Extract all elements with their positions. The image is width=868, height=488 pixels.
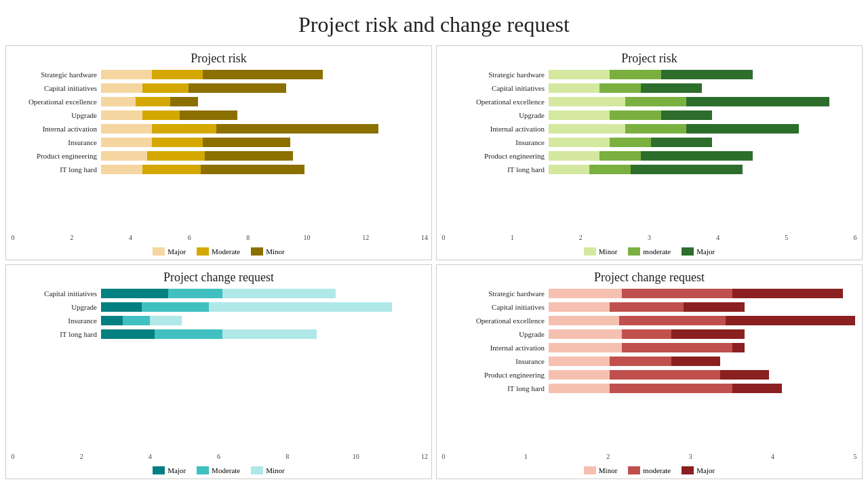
bar-segment <box>222 329 317 339</box>
bars-wrap <box>549 124 855 134</box>
bar-segment <box>101 302 142 312</box>
bar-segment <box>101 289 168 298</box>
bar-label: Capital initiatives <box>443 303 549 311</box>
x-tick: 8 <box>285 453 289 460</box>
bar-label: Product engineering <box>443 371 549 379</box>
legend-swatch <box>628 466 640 474</box>
legend-label: Minor <box>266 247 285 256</box>
legend-item: Moderate <box>197 466 240 474</box>
stacked-bar <box>549 165 855 174</box>
bar-segment <box>168 289 222 298</box>
bar-segment <box>549 165 589 174</box>
bar-segment <box>684 302 745 312</box>
bar-label: IT long hard <box>13 165 101 174</box>
bar-label: Upgrade <box>13 111 101 119</box>
bar-segment <box>142 302 209 312</box>
bar-row: Product engineering <box>13 150 425 162</box>
legend-swatch <box>197 247 209 256</box>
x-tick: 10 <box>304 234 311 241</box>
bar-label: Capital initiatives <box>13 84 101 92</box>
x-tick: 8 <box>246 234 250 241</box>
bars-wrap <box>101 302 425 312</box>
bar-label: Upgrade <box>443 330 549 338</box>
bar-label: Upgrade <box>13 303 101 311</box>
legend-label: Moderate <box>212 247 240 256</box>
x-tick: 6 <box>188 234 191 241</box>
bar-segment <box>732 384 781 393</box>
bar-segment <box>549 97 625 106</box>
bar-row: Upgrade <box>443 328 855 340</box>
bar-row: Strategic hardware <box>443 68 855 81</box>
stacked-bar <box>549 357 855 366</box>
bar-segment <box>641 151 753 161</box>
bar-segment <box>599 151 640 161</box>
legend-label: Major <box>167 247 186 256</box>
stacked-bar <box>549 151 855 161</box>
bar-segment <box>549 384 610 393</box>
bar-row: Internal activation <box>13 123 425 135</box>
legend-item: Major <box>682 247 715 256</box>
bar-segment <box>101 138 152 147</box>
bar-row: Upgrade <box>443 109 855 121</box>
stacked-bar <box>549 343 855 352</box>
bars-wrap <box>549 316 855 325</box>
bar-row: Capital initiatives <box>13 82 425 94</box>
bar-segment <box>686 124 799 134</box>
bar-segment <box>101 329 155 339</box>
chart-title-top-left: Project risk <box>13 52 425 66</box>
x-tick: 4 <box>771 453 774 460</box>
bar-segment <box>625 97 686 106</box>
legend-label: Major <box>167 466 186 474</box>
bar-segment <box>101 124 152 134</box>
legend-item: Minor <box>584 466 618 474</box>
chart-title-bottom-left: Project change request <box>13 270 425 285</box>
bar-segment <box>641 83 702 93</box>
bars-wrap <box>549 151 855 161</box>
bar-segment <box>203 70 323 79</box>
bar-segment <box>549 151 599 161</box>
bar-segment <box>661 110 712 120</box>
bar-row: Insurance <box>13 314 425 327</box>
legend-swatch <box>682 247 694 256</box>
bar-segment <box>625 124 686 134</box>
bar-label: IT long hard <box>443 165 549 174</box>
bar-segment <box>610 370 720 380</box>
legend-label: Major <box>696 247 715 256</box>
bar-label: Internal activation <box>443 344 549 352</box>
chart-bottom-left: Project change requestCapital initiative… <box>5 264 432 479</box>
x-tick: 2 <box>70 234 73 241</box>
bar-segment <box>631 165 743 174</box>
bar-segment <box>147 151 205 161</box>
bars-wrap <box>101 138 425 147</box>
stacked-bar <box>549 124 855 134</box>
bar-segment <box>136 97 170 106</box>
legend-top-left: MajorModerateMinor <box>13 247 425 256</box>
legend-bottom-right: MinormoderateMajor <box>443 466 855 474</box>
bar-segment <box>101 316 123 325</box>
bar-segment <box>101 151 147 161</box>
bar-segment <box>549 110 610 120</box>
x-tick: 6 <box>854 234 857 241</box>
legend-item: Minor <box>584 247 618 256</box>
stacked-bar <box>549 70 855 79</box>
bar-row: Insurance <box>443 136 855 148</box>
bar-label: Strategic hardware <box>13 70 101 79</box>
bar-chart-rows-top-left: Strategic hardwareCapital initiativesOpe… <box>13 68 425 234</box>
bar-label: Insurance <box>13 317 101 325</box>
bar-segment <box>152 70 203 79</box>
stacked-bar <box>549 316 855 325</box>
bar-segment <box>150 316 182 325</box>
bars-wrap <box>549 343 855 352</box>
x-tick: 14 <box>421 234 428 241</box>
legend-item: moderate <box>628 247 671 256</box>
legend-swatch <box>251 247 263 256</box>
legend-label: moderate <box>643 466 671 474</box>
chart-title-top-right: Project risk <box>443 52 855 66</box>
chart-area-bottom-right: Strategic hardwareCapital initiativesOpe… <box>443 287 855 474</box>
bar-segment <box>203 138 290 147</box>
chart-bottom-right: Project change requestStrategic hardware… <box>436 264 863 479</box>
bar-segment <box>101 97 136 106</box>
legend-label: Minor <box>599 466 618 474</box>
stacked-bar <box>101 110 425 120</box>
x-tick: 12 <box>421 453 428 460</box>
